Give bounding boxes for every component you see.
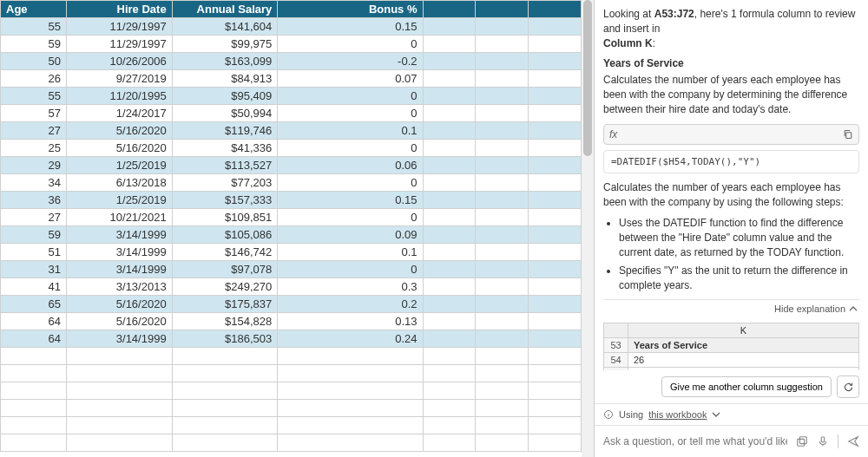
- empty-cell[interactable]: [476, 330, 529, 348]
- empty-cell[interactable]: [529, 261, 582, 278]
- cell-hire[interactable]: 11/20/1995: [67, 88, 173, 105]
- scrollbar-thumb[interactable]: [583, 0, 592, 156]
- cell-age[interactable]: 55: [1, 88, 67, 105]
- empty-cell[interactable]: [529, 174, 582, 192]
- empty-cell[interactable]: [476, 261, 529, 278]
- cell-salary[interactable]: $97,078: [172, 261, 278, 278]
- empty-cell[interactable]: [423, 244, 476, 261]
- empty-cell[interactable]: [529, 278, 582, 296]
- table-row[interactable]: 255/16/2020$41,3360: [1, 140, 582, 157]
- cell-salary[interactable]: $119,746: [172, 122, 278, 140]
- empty-cell[interactable]: [529, 192, 582, 209]
- cell-salary[interactable]: $95,409: [172, 88, 278, 105]
- table-row[interactable]: 5511/29/1997$141,6040.15: [1, 18, 582, 36]
- empty-cell[interactable]: [278, 348, 423, 365]
- cell-salary[interactable]: $99,975: [172, 36, 278, 53]
- empty-cell[interactable]: [1, 348, 67, 365]
- empty-cell[interactable]: [67, 382, 173, 400]
- empty-cell[interactable]: [423, 330, 476, 348]
- ask-input[interactable]: [603, 435, 787, 447]
- empty-cell[interactable]: [476, 417, 529, 434]
- empty-cell[interactable]: [529, 36, 582, 53]
- empty-cell[interactable]: [423, 192, 476, 209]
- cell-hire[interactable]: 3/14/1999: [67, 226, 173, 244]
- empty-cell[interactable]: [476, 70, 529, 88]
- spreadsheet-table[interactable]: Age Hire Date Annual Salary Bonus % 5511…: [0, 0, 582, 452]
- empty-cell[interactable]: [67, 417, 173, 434]
- table-row[interactable]: 269/27/2019$84,9130.07: [1, 70, 582, 88]
- empty-cell[interactable]: [476, 382, 529, 400]
- microphone-icon[interactable]: [817, 435, 829, 447]
- cell-age[interactable]: 55: [1, 18, 67, 36]
- empty-cell[interactable]: [529, 18, 582, 36]
- cell-bonus[interactable]: 0.24: [278, 330, 423, 348]
- empty-cell[interactable]: [529, 244, 582, 261]
- empty-cell[interactable]: [529, 122, 582, 140]
- cell-age[interactable]: 59: [1, 226, 67, 244]
- header-hire-date[interactable]: Hire Date: [67, 1, 173, 18]
- header-bonus[interactable]: Bonus %: [278, 1, 423, 18]
- empty-cell[interactable]: [423, 209, 476, 226]
- header-empty[interactable]: [423, 1, 476, 18]
- cell-age[interactable]: 57: [1, 105, 67, 122]
- cell-salary[interactable]: $141,604: [172, 18, 278, 36]
- cell-hire[interactable]: 5/16/2020: [67, 313, 173, 330]
- empty-cell[interactable]: [423, 313, 476, 330]
- cell-bonus[interactable]: 0.1: [278, 244, 423, 261]
- empty-cell[interactable]: [476, 174, 529, 192]
- cell-age[interactable]: 27: [1, 122, 67, 140]
- refresh-button[interactable]: [837, 375, 859, 398]
- empty-cell[interactable]: [529, 157, 582, 174]
- empty-cell[interactable]: [423, 417, 476, 434]
- empty-cell[interactable]: [172, 400, 278, 417]
- cell-bonus[interactable]: 0.1: [278, 122, 423, 140]
- empty-cell[interactable]: [476, 18, 529, 36]
- empty-cell[interactable]: [67, 400, 173, 417]
- cell-bonus[interactable]: 0.15: [278, 192, 423, 209]
- cell-bonus[interactable]: 0.15: [278, 18, 423, 36]
- send-icon[interactable]: [847, 435, 859, 447]
- empty-cell[interactable]: [172, 365, 278, 382]
- empty-cell[interactable]: [423, 365, 476, 382]
- cell-hire[interactable]: 11/29/1997: [67, 18, 173, 36]
- table-row[interactable]: 571/24/2017$50,9940: [1, 105, 582, 122]
- empty-cell[interactable]: [423, 140, 476, 157]
- empty-cell[interactable]: [172, 382, 278, 400]
- cell-hire[interactable]: 10/26/2006: [67, 53, 173, 70]
- empty-cell[interactable]: [1, 400, 67, 417]
- empty-cell[interactable]: [423, 261, 476, 278]
- empty-cell[interactable]: [423, 36, 476, 53]
- empty-cell[interactable]: [476, 226, 529, 244]
- empty-cell[interactable]: [529, 365, 582, 382]
- table-row[interactable]: 291/25/2019$113,5270.06: [1, 157, 582, 174]
- cell-salary[interactable]: $146,742: [172, 244, 278, 261]
- cell-hire[interactable]: 1/24/2017: [67, 105, 173, 122]
- empty-cell[interactable]: [423, 382, 476, 400]
- vertical-scrollbar[interactable]: [582, 0, 594, 457]
- table-row[interactable]: 593/14/1999$105,0860.09: [1, 226, 582, 244]
- cell-age[interactable]: 36: [1, 192, 67, 209]
- empty-cell[interactable]: [423, 296, 476, 313]
- cell-hire[interactable]: 11/29/1997: [67, 36, 173, 53]
- cell-hire[interactable]: 5/16/2020: [67, 122, 173, 140]
- cell-age[interactable]: 25: [1, 140, 67, 157]
- empty-cell[interactable]: [423, 70, 476, 88]
- cell-hire[interactable]: 5/16/2020: [67, 296, 173, 313]
- cell-salary[interactable]: $163,099: [172, 53, 278, 70]
- cell-salary[interactable]: $113,527: [172, 157, 278, 174]
- empty-cell[interactable]: [423, 174, 476, 192]
- empty-cell[interactable]: [423, 226, 476, 244]
- cell-salary[interactable]: $105,086: [172, 226, 278, 244]
- empty-cell[interactable]: [529, 313, 582, 330]
- empty-cell[interactable]: [423, 278, 476, 296]
- empty-cell[interactable]: [423, 105, 476, 122]
- empty-cell[interactable]: [529, 226, 582, 244]
- cell-age[interactable]: 50: [1, 53, 67, 70]
- cell-salary[interactable]: $50,994: [172, 105, 278, 122]
- empty-cell[interactable]: [476, 296, 529, 313]
- cell-age[interactable]: 64: [1, 313, 67, 330]
- empty-cell[interactable]: [529, 296, 582, 313]
- empty-cell[interactable]: [476, 88, 529, 105]
- cell-salary[interactable]: $109,851: [172, 209, 278, 226]
- cell-age[interactable]: 29: [1, 157, 67, 174]
